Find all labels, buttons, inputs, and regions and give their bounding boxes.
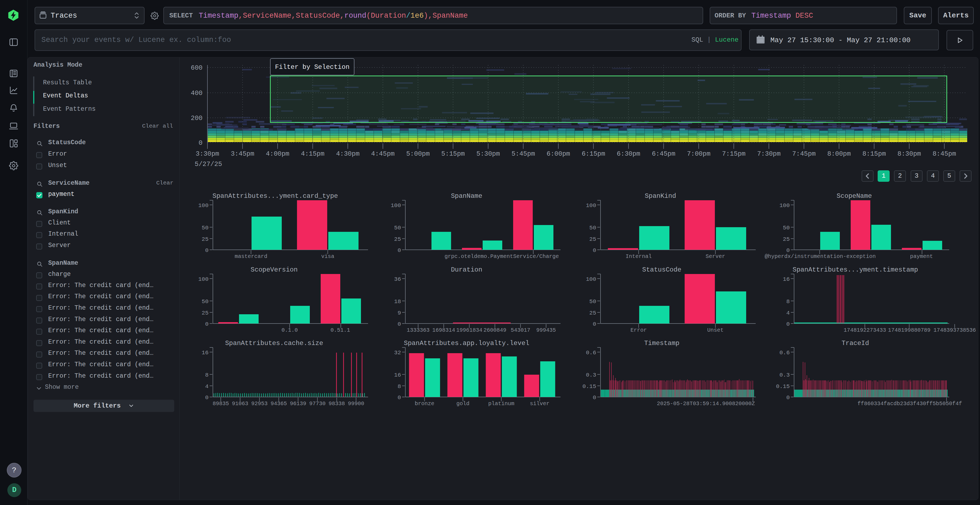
svg-text:3:45pm: 3:45pm bbox=[231, 150, 254, 157]
svg-text:0.15: 0.15 bbox=[582, 383, 596, 390]
svg-text:25: 25 bbox=[589, 236, 596, 243]
svg-text:SpanKind: SpanKind bbox=[644, 192, 676, 200]
svg-text:98338: 98338 bbox=[329, 400, 345, 407]
svg-text:0: 0 bbox=[205, 395, 208, 401]
svg-text:0: 0 bbox=[398, 395, 401, 401]
svg-text:100: 100 bbox=[586, 202, 596, 209]
svg-text:TraceId: TraceId bbox=[842, 340, 869, 347]
svg-text:0.6: 0.6 bbox=[586, 349, 596, 356]
svg-text:8:45pm: 8:45pm bbox=[932, 150, 956, 157]
svg-text:0.6: 0.6 bbox=[780, 349, 790, 356]
svg-text:6:00pm: 6:00pm bbox=[547, 150, 570, 157]
svg-text:StatusCode: StatusCode bbox=[642, 266, 681, 273]
svg-text:8: 8 bbox=[786, 299, 790, 305]
svg-text:89835: 89835 bbox=[213, 400, 229, 407]
svg-text:SpanAttributes.app.loyalty.lev: SpanAttributes.app.loyalty.level bbox=[404, 340, 530, 347]
svg-text:94365: 94365 bbox=[270, 400, 287, 407]
svg-text:ff860334facdb23d3f430ff5b5050f: ff860334facdb23d3f430ff5b5050f4f bbox=[858, 400, 962, 407]
svg-text:543017: 543017 bbox=[511, 327, 530, 333]
svg-text:8: 8 bbox=[205, 372, 208, 378]
svg-text:mastercard: mastercard bbox=[235, 253, 267, 260]
svg-text:0: 0 bbox=[593, 247, 596, 254]
svg-text:19961834: 19961834 bbox=[456, 327, 482, 333]
svg-text:50: 50 bbox=[589, 299, 596, 305]
svg-text:100: 100 bbox=[780, 202, 790, 209]
svg-text:Timestamp: Timestamp bbox=[644, 340, 679, 347]
svg-text:600: 600 bbox=[191, 64, 202, 71]
svg-text:9: 9 bbox=[398, 310, 401, 316]
svg-text:Error: Error bbox=[630, 327, 647, 333]
svg-text:100: 100 bbox=[198, 276, 208, 283]
svg-text:5:45pm: 5:45pm bbox=[512, 150, 535, 157]
svg-text:1748393738536: 1748393738536 bbox=[934, 327, 976, 333]
svg-text:100: 100 bbox=[586, 276, 596, 283]
svg-text:50: 50 bbox=[589, 225, 596, 231]
svg-text:1748192273433: 1748192273433 bbox=[844, 327, 886, 333]
svg-text:grpc.oteldemo.PaymentService/C: grpc.oteldemo.PaymentService/Charge bbox=[445, 253, 559, 260]
svg-text:25: 25 bbox=[589, 310, 596, 316]
svg-text:Filter by Selection: Filter by Selection bbox=[275, 64, 350, 71]
svg-text:0: 0 bbox=[398, 321, 401, 327]
svg-text:25: 25 bbox=[394, 236, 401, 243]
svg-text:1748199880789: 1748199880789 bbox=[888, 327, 931, 333]
svg-text:36: 36 bbox=[394, 276, 401, 283]
svg-text:5:30pm: 5:30pm bbox=[476, 150, 500, 157]
svg-text:0.3: 0.3 bbox=[586, 372, 596, 378]
svg-text:4:30pm: 4:30pm bbox=[336, 150, 360, 157]
svg-text:SpanName: SpanName bbox=[451, 192, 482, 200]
svg-text:0: 0 bbox=[593, 395, 596, 401]
svg-text:200: 200 bbox=[191, 114, 202, 122]
svg-text:3:30pm: 3:30pm bbox=[196, 150, 219, 157]
svg-text:50: 50 bbox=[783, 225, 790, 231]
svg-text:ScopeName: ScopeName bbox=[837, 192, 872, 200]
svg-text:0: 0 bbox=[786, 321, 790, 327]
svg-text:bronze: bronze bbox=[415, 400, 434, 407]
svg-text:0.15: 0.15 bbox=[776, 383, 790, 390]
svg-text:4: 4 bbox=[786, 310, 790, 316]
svg-text:4:15pm: 4:15pm bbox=[301, 150, 324, 157]
svg-text:97730: 97730 bbox=[309, 400, 326, 407]
svg-text:16: 16 bbox=[394, 372, 401, 378]
svg-text:0.3: 0.3 bbox=[780, 372, 790, 378]
svg-text:2025-05-28T03:59:14.900820000Z: 2025-05-28T03:59:14.900820000Z bbox=[657, 400, 755, 407]
svg-text:Server: Server bbox=[706, 253, 725, 260]
svg-text:99900: 99900 bbox=[348, 400, 364, 407]
svg-text:Unset: Unset bbox=[707, 327, 724, 333]
svg-text:25: 25 bbox=[202, 310, 208, 316]
svg-text:0: 0 bbox=[205, 321, 208, 327]
svg-text:platinum: platinum bbox=[488, 400, 514, 407]
svg-text:0.51.1: 0.51.1 bbox=[331, 327, 350, 333]
svg-text:8:30pm: 8:30pm bbox=[897, 150, 921, 157]
svg-text:5:00pm: 5:00pm bbox=[406, 150, 430, 157]
svg-text:Duration: Duration bbox=[451, 266, 482, 273]
svg-text:91063: 91063 bbox=[232, 400, 248, 407]
svg-text:@hyperdx/instrumentation-excep: @hyperdx/instrumentation-exception bbox=[765, 253, 876, 260]
svg-text:100: 100 bbox=[391, 202, 401, 209]
svg-text:32: 32 bbox=[394, 349, 401, 356]
svg-text:4:00pm: 4:00pm bbox=[266, 150, 290, 157]
svg-text:ScopeVersion: ScopeVersion bbox=[251, 266, 298, 273]
svg-text:50: 50 bbox=[202, 225, 208, 231]
svg-text:100: 100 bbox=[198, 202, 208, 209]
svg-text:4:45pm: 4:45pm bbox=[371, 150, 395, 157]
svg-text:16: 16 bbox=[783, 276, 790, 283]
svg-text:96139: 96139 bbox=[290, 400, 306, 407]
svg-text:7:15pm: 7:15pm bbox=[722, 150, 745, 157]
svg-text:6:45pm: 6:45pm bbox=[652, 150, 675, 157]
svg-text:visa: visa bbox=[321, 253, 334, 260]
svg-text:gold: gold bbox=[456, 400, 469, 407]
svg-text:5:15pm: 5:15pm bbox=[441, 150, 465, 157]
svg-text:SpanAttributes.cache.size: SpanAttributes.cache.size bbox=[225, 340, 323, 347]
svg-text:0.1.0: 0.1.0 bbox=[282, 327, 298, 333]
svg-text:silver: silver bbox=[530, 400, 549, 407]
svg-text:1698314: 1698314 bbox=[432, 327, 455, 333]
svg-text:SpanAttributes...yment.card_ty: SpanAttributes...yment.card_type bbox=[213, 192, 338, 200]
svg-text:4: 4 bbox=[205, 383, 208, 390]
svg-text:999435: 999435 bbox=[536, 327, 556, 333]
svg-text:7:45pm: 7:45pm bbox=[792, 150, 816, 157]
svg-text:6:30pm: 6:30pm bbox=[617, 150, 640, 157]
svg-text:2600849: 2600849 bbox=[484, 327, 506, 333]
svg-text:16: 16 bbox=[202, 349, 208, 356]
svg-text:92953: 92953 bbox=[251, 400, 267, 407]
svg-text:25: 25 bbox=[202, 236, 208, 243]
